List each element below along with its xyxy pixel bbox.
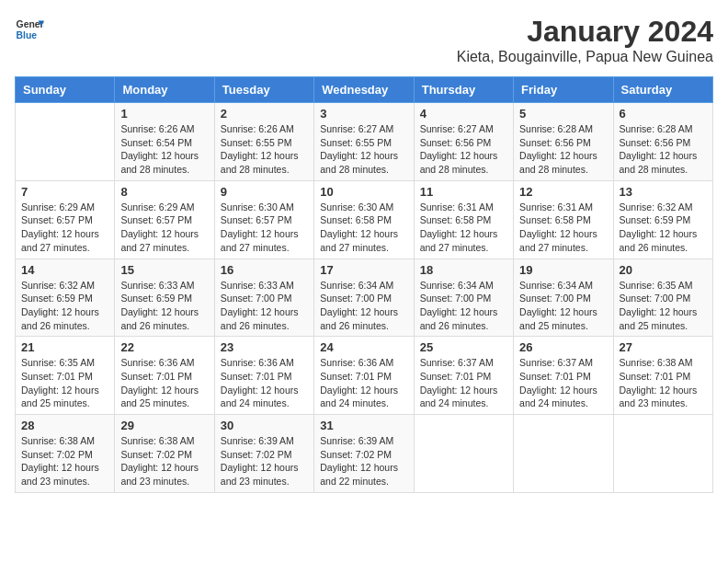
day-info: Sunrise: 6:36 AMSunset: 7:01 PMDaylight:… bbox=[120, 356, 208, 410]
day-info: Sunrise: 6:33 AMSunset: 7:00 PMDaylight:… bbox=[221, 279, 308, 333]
calendar-week-5: 28Sunrise: 6:38 AMSunset: 7:02 PMDayligh… bbox=[16, 415, 713, 493]
calendar-table: SundayMondayTuesdayWednesdayThursdayFrid… bbox=[15, 76, 713, 493]
calendar-cell: 22Sunrise: 6:36 AMSunset: 7:01 PMDayligh… bbox=[115, 337, 214, 415]
svg-text:Blue: Blue bbox=[17, 30, 38, 40]
calendar-cell: 30Sunrise: 6:39 AMSunset: 7:02 PMDayligh… bbox=[214, 415, 313, 493]
calendar-cell: 20Sunrise: 6:35 AMSunset: 7:00 PMDayligh… bbox=[613, 259, 712, 337]
calendar-cell: 4Sunrise: 6:27 AMSunset: 6:56 PMDaylight… bbox=[414, 103, 513, 181]
calendar-cell: 23Sunrise: 6:36 AMSunset: 7:01 PMDayligh… bbox=[214, 337, 313, 415]
header: General Blue January 2024 Kieta, Bougain… bbox=[15, 15, 713, 65]
calendar-cell: 31Sunrise: 6:39 AMSunset: 7:02 PMDayligh… bbox=[314, 415, 414, 493]
day-info: Sunrise: 6:28 AMSunset: 6:56 PMDaylight:… bbox=[620, 122, 707, 177]
calendar-cell: 11Sunrise: 6:31 AMSunset: 6:58 PMDayligh… bbox=[414, 180, 513, 259]
day-number: 23 bbox=[221, 340, 308, 354]
calendar-cell: 10Sunrise: 6:30 AMSunset: 6:58 PMDayligh… bbox=[314, 180, 414, 259]
day-info: Sunrise: 6:39 AMSunset: 7:02 PMDaylight:… bbox=[320, 434, 407, 488]
header-cell-monday: Monday bbox=[115, 77, 214, 103]
day-info: Sunrise: 6:36 AMSunset: 7:01 PMDaylight:… bbox=[221, 356, 308, 410]
day-info: Sunrise: 6:26 AMSunset: 6:54 PMDaylight:… bbox=[120, 122, 208, 177]
day-info: Sunrise: 6:32 AMSunset: 6:59 PMDaylight:… bbox=[21, 279, 108, 333]
calendar-cell bbox=[16, 103, 115, 181]
day-info: Sunrise: 6:30 AMSunset: 6:57 PMDaylight:… bbox=[221, 201, 308, 255]
header-cell-friday: Friday bbox=[514, 77, 613, 103]
calendar-cell: 13Sunrise: 6:32 AMSunset: 6:59 PMDayligh… bbox=[613, 180, 712, 259]
day-info: Sunrise: 6:34 AMSunset: 7:00 PMDaylight:… bbox=[519, 279, 607, 333]
calendar-week-4: 21Sunrise: 6:35 AMSunset: 7:01 PMDayligh… bbox=[16, 337, 713, 415]
month-title: January 2024 bbox=[457, 15, 713, 49]
day-number: 16 bbox=[221, 263, 308, 277]
day-number: 24 bbox=[320, 340, 407, 354]
calendar-cell: 2Sunrise: 6:26 AMSunset: 6:55 PMDaylight… bbox=[214, 103, 313, 181]
calendar-cell: 9Sunrise: 6:30 AMSunset: 6:57 PMDaylight… bbox=[214, 180, 313, 259]
day-number: 19 bbox=[519, 263, 607, 277]
day-number: 13 bbox=[620, 185, 707, 199]
day-number: 31 bbox=[320, 419, 407, 432]
calendar-cell bbox=[613, 415, 712, 493]
day-number: 25 bbox=[420, 340, 507, 354]
day-info: Sunrise: 6:33 AMSunset: 6:59 PMDaylight:… bbox=[120, 279, 208, 333]
header-row: SundayMondayTuesdayWednesdayThursdayFrid… bbox=[16, 77, 713, 103]
title-area: January 2024 Kieta, Bougainville, Papua … bbox=[457, 15, 713, 65]
day-number: 10 bbox=[320, 185, 407, 199]
day-info: Sunrise: 6:38 AMSunset: 7:02 PMDaylight:… bbox=[120, 434, 208, 488]
calendar-cell: 5Sunrise: 6:28 AMSunset: 6:56 PMDaylight… bbox=[514, 103, 613, 181]
day-info: Sunrise: 6:35 AMSunset: 7:01 PMDaylight:… bbox=[21, 356, 108, 410]
day-number: 27 bbox=[620, 340, 707, 354]
calendar-week-2: 7Sunrise: 6:29 AMSunset: 6:57 PMDaylight… bbox=[16, 180, 713, 259]
calendar-cell bbox=[514, 415, 613, 493]
day-info: Sunrise: 6:29 AMSunset: 6:57 PMDaylight:… bbox=[21, 201, 108, 255]
day-number: 3 bbox=[320, 107, 407, 121]
day-number: 9 bbox=[221, 185, 308, 199]
calendar-cell: 29Sunrise: 6:38 AMSunset: 7:02 PMDayligh… bbox=[115, 415, 214, 493]
day-info: Sunrise: 6:37 AMSunset: 7:01 PMDaylight:… bbox=[519, 356, 607, 410]
day-info: Sunrise: 6:37 AMSunset: 7:01 PMDaylight:… bbox=[420, 356, 507, 410]
header-cell-sunday: Sunday bbox=[16, 77, 115, 103]
day-info: Sunrise: 6:32 AMSunset: 6:59 PMDaylight:… bbox=[620, 201, 707, 255]
day-number: 30 bbox=[221, 419, 308, 432]
day-info: Sunrise: 6:31 AMSunset: 6:58 PMDaylight:… bbox=[519, 201, 607, 255]
calendar-cell: 6Sunrise: 6:28 AMSunset: 6:56 PMDaylight… bbox=[613, 103, 712, 181]
calendar-cell: 25Sunrise: 6:37 AMSunset: 7:01 PMDayligh… bbox=[414, 337, 513, 415]
day-info: Sunrise: 6:34 AMSunset: 7:00 PMDaylight:… bbox=[420, 279, 507, 333]
day-info: Sunrise: 6:36 AMSunset: 7:01 PMDaylight:… bbox=[320, 356, 407, 410]
day-number: 2 bbox=[221, 107, 308, 121]
calendar-cell: 7Sunrise: 6:29 AMSunset: 6:57 PMDaylight… bbox=[16, 180, 115, 259]
header-cell-wednesday: Wednesday bbox=[314, 77, 414, 103]
calendar-cell: 18Sunrise: 6:34 AMSunset: 7:00 PMDayligh… bbox=[414, 259, 513, 337]
day-info: Sunrise: 6:29 AMSunset: 6:57 PMDaylight:… bbox=[120, 201, 208, 255]
calendar-cell: 17Sunrise: 6:34 AMSunset: 7:00 PMDayligh… bbox=[314, 259, 414, 337]
day-number: 21 bbox=[21, 340, 108, 354]
day-number: 14 bbox=[21, 263, 108, 277]
header-cell-saturday: Saturday bbox=[613, 77, 712, 103]
logo: General Blue bbox=[15, 15, 44, 44]
calendar-cell: 12Sunrise: 6:31 AMSunset: 6:58 PMDayligh… bbox=[514, 180, 613, 259]
day-number: 17 bbox=[320, 263, 407, 277]
logo-icon: General Blue bbox=[15, 15, 44, 44]
calendar-cell: 21Sunrise: 6:35 AMSunset: 7:01 PMDayligh… bbox=[16, 337, 115, 415]
calendar-cell bbox=[414, 415, 513, 493]
day-number: 29 bbox=[120, 419, 208, 432]
day-number: 15 bbox=[120, 263, 208, 277]
day-info: Sunrise: 6:28 AMSunset: 6:56 PMDaylight:… bbox=[519, 122, 607, 177]
calendar-cell: 28Sunrise: 6:38 AMSunset: 7:02 PMDayligh… bbox=[16, 415, 115, 493]
day-info: Sunrise: 6:35 AMSunset: 7:00 PMDaylight:… bbox=[620, 279, 707, 333]
day-number: 12 bbox=[519, 185, 607, 199]
day-number: 5 bbox=[519, 107, 607, 121]
day-number: 7 bbox=[21, 185, 108, 199]
header-cell-tuesday: Tuesday bbox=[214, 77, 313, 103]
calendar-cell: 3Sunrise: 6:27 AMSunset: 6:55 PMDaylight… bbox=[314, 103, 414, 181]
calendar-cell: 8Sunrise: 6:29 AMSunset: 6:57 PMDaylight… bbox=[115, 180, 214, 259]
location-title: Kieta, Bougainville, Papua New Guinea bbox=[457, 49, 713, 65]
calendar-week-1: 1Sunrise: 6:26 AMSunset: 6:54 PMDaylight… bbox=[16, 103, 713, 181]
day-number: 4 bbox=[420, 107, 507, 121]
day-number: 11 bbox=[420, 185, 507, 199]
day-info: Sunrise: 6:27 AMSunset: 6:56 PMDaylight:… bbox=[420, 122, 507, 177]
calendar-cell: 16Sunrise: 6:33 AMSunset: 7:00 PMDayligh… bbox=[214, 259, 313, 337]
day-number: 6 bbox=[620, 107, 707, 121]
calendar-cell: 14Sunrise: 6:32 AMSunset: 6:59 PMDayligh… bbox=[16, 259, 115, 337]
header-cell-thursday: Thursday bbox=[414, 77, 513, 103]
day-number: 18 bbox=[420, 263, 507, 277]
day-number: 28 bbox=[21, 419, 108, 432]
day-info: Sunrise: 6:38 AMSunset: 7:02 PMDaylight:… bbox=[21, 434, 108, 488]
day-number: 20 bbox=[620, 263, 707, 277]
